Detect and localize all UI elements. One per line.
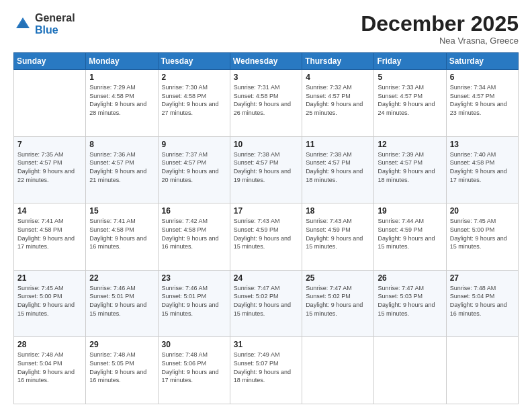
calendar-cell xyxy=(446,337,518,404)
calendar-cell: 4Sunrise: 7:32 AM Sunset: 4:57 PM Daylig… xyxy=(302,70,374,137)
calendar-week-1: 1Sunrise: 7:29 AM Sunset: 4:58 PM Daylig… xyxy=(14,70,519,137)
month-title: December 2025 xyxy=(361,12,519,36)
logo-text: General Blue xyxy=(35,12,75,36)
day-info: Sunrise: 7:39 AM Sunset: 4:57 PM Dayligh… xyxy=(378,150,442,184)
calendar-cell: 27Sunrise: 7:48 AM Sunset: 5:04 PM Dayli… xyxy=(446,270,518,337)
calendar-cell: 30Sunrise: 7:48 AM Sunset: 5:06 PM Dayli… xyxy=(158,337,230,404)
weekday-header-sunday: Sunday xyxy=(14,53,86,70)
weekday-header-tuesday: Tuesday xyxy=(158,53,230,70)
logo: General Blue xyxy=(13,12,75,36)
day-number: 5 xyxy=(378,73,442,82)
day-number: 8 xyxy=(89,140,154,149)
calendar-cell: 7Sunrise: 7:35 AM Sunset: 4:57 PM Daylig… xyxy=(14,136,86,203)
day-number: 21 xyxy=(17,273,82,283)
calendar-cell: 23Sunrise: 7:46 AM Sunset: 5:01 PM Dayli… xyxy=(158,270,230,337)
day-number: 16 xyxy=(162,206,226,216)
calendar-week-5: 28Sunrise: 7:48 AM Sunset: 5:04 PM Dayli… xyxy=(14,337,519,404)
calendar-cell: 26Sunrise: 7:47 AM Sunset: 5:03 PM Dayli… xyxy=(374,270,446,337)
calendar-cell: 12Sunrise: 7:39 AM Sunset: 4:57 PM Dayli… xyxy=(374,136,446,203)
day-info: Sunrise: 7:34 AM Sunset: 4:57 PM Dayligh… xyxy=(450,83,515,117)
day-info: Sunrise: 7:46 AM Sunset: 5:01 PM Dayligh… xyxy=(89,284,154,318)
day-info: Sunrise: 7:30 AM Sunset: 4:58 PM Dayligh… xyxy=(162,83,226,117)
header: General Blue December 2025 Nea Vrasna, G… xyxy=(13,12,519,46)
calendar-cell: 9Sunrise: 7:37 AM Sunset: 4:57 PM Daylig… xyxy=(158,136,230,203)
day-info: Sunrise: 7:29 AM Sunset: 4:58 PM Dayligh… xyxy=(89,83,154,117)
day-number: 31 xyxy=(234,340,298,349)
day-number: 29 xyxy=(89,340,154,349)
day-number: 10 xyxy=(234,140,298,149)
day-info: Sunrise: 7:48 AM Sunset: 5:04 PM Dayligh… xyxy=(17,351,82,384)
calendar-cell: 18Sunrise: 7:43 AM Sunset: 4:59 PM Dayli… xyxy=(302,203,374,271)
calendar-cell: 3Sunrise: 7:31 AM Sunset: 4:58 PM Daylig… xyxy=(230,70,302,137)
day-number: 9 xyxy=(162,140,226,149)
calendar-cell: 20Sunrise: 7:45 AM Sunset: 5:00 PM Dayli… xyxy=(446,203,518,271)
calendar-cell: 14Sunrise: 7:41 AM Sunset: 4:58 PM Dayli… xyxy=(14,203,86,271)
day-number: 4 xyxy=(306,73,370,82)
title-block: December 2025 Nea Vrasna, Greece xyxy=(361,12,519,46)
day-number: 11 xyxy=(306,140,370,149)
calendar-cell: 15Sunrise: 7:41 AM Sunset: 4:58 PM Dayli… xyxy=(86,203,158,271)
day-number: 27 xyxy=(450,273,515,283)
day-info: Sunrise: 7:36 AM Sunset: 4:57 PM Dayligh… xyxy=(89,150,154,184)
day-info: Sunrise: 7:38 AM Sunset: 4:57 PM Dayligh… xyxy=(234,150,298,184)
day-number: 14 xyxy=(17,206,82,216)
calendar-cell: 6Sunrise: 7:34 AM Sunset: 4:57 PM Daylig… xyxy=(446,70,518,137)
calendar-cell: 1Sunrise: 7:29 AM Sunset: 4:58 PM Daylig… xyxy=(86,70,158,137)
calendar-cell: 16Sunrise: 7:42 AM Sunset: 4:58 PM Dayli… xyxy=(158,203,230,271)
day-number: 23 xyxy=(162,273,226,283)
calendar-cell: 8Sunrise: 7:36 AM Sunset: 4:57 PM Daylig… xyxy=(86,136,158,203)
calendar-table: SundayMondayTuesdayWednesdayThursdayFrid… xyxy=(13,52,519,404)
calendar-week-3: 14Sunrise: 7:41 AM Sunset: 4:58 PM Dayli… xyxy=(14,203,519,271)
weekday-header-monday: Monday xyxy=(86,53,158,70)
weekday-row: SundayMondayTuesdayWednesdayThursdayFrid… xyxy=(14,53,519,70)
calendar-cell: 31Sunrise: 7:49 AM Sunset: 5:07 PM Dayli… xyxy=(230,337,302,404)
weekday-header-saturday: Saturday xyxy=(446,53,518,70)
day-info: Sunrise: 7:38 AM Sunset: 4:57 PM Dayligh… xyxy=(306,150,370,184)
calendar-cell: 11Sunrise: 7:38 AM Sunset: 4:57 PM Dayli… xyxy=(302,136,374,203)
day-info: Sunrise: 7:47 AM Sunset: 5:03 PM Dayligh… xyxy=(378,284,442,318)
day-info: Sunrise: 7:33 AM Sunset: 4:57 PM Dayligh… xyxy=(378,83,442,117)
calendar-body: 1Sunrise: 7:29 AM Sunset: 4:58 PM Daylig… xyxy=(14,70,519,404)
page: General Blue December 2025 Nea Vrasna, G… xyxy=(0,0,532,411)
day-number: 26 xyxy=(378,273,442,283)
day-info: Sunrise: 7:47 AM Sunset: 5:02 PM Dayligh… xyxy=(234,284,298,318)
day-number: 20 xyxy=(450,206,515,216)
day-number: 13 xyxy=(450,140,515,149)
day-info: Sunrise: 7:41 AM Sunset: 4:58 PM Dayligh… xyxy=(17,217,82,250)
day-number: 12 xyxy=(378,140,442,149)
day-info: Sunrise: 7:44 AM Sunset: 4:59 PM Dayligh… xyxy=(378,217,442,250)
weekday-header-thursday: Thursday xyxy=(302,53,374,70)
day-info: Sunrise: 7:31 AM Sunset: 4:58 PM Dayligh… xyxy=(234,83,298,117)
calendar-cell xyxy=(14,70,86,137)
day-number: 18 xyxy=(306,206,370,216)
day-number: 24 xyxy=(234,273,298,283)
day-info: Sunrise: 7:47 AM Sunset: 5:02 PM Dayligh… xyxy=(306,284,370,318)
day-number: 2 xyxy=(162,73,226,82)
day-info: Sunrise: 7:46 AM Sunset: 5:01 PM Dayligh… xyxy=(162,284,226,318)
calendar-cell: 22Sunrise: 7:46 AM Sunset: 5:01 PM Dayli… xyxy=(86,270,158,337)
day-info: Sunrise: 7:42 AM Sunset: 4:58 PM Dayligh… xyxy=(162,217,226,250)
calendar-cell: 25Sunrise: 7:47 AM Sunset: 5:02 PM Dayli… xyxy=(302,270,374,337)
day-number: 3 xyxy=(234,73,298,82)
logo-general: General xyxy=(35,12,75,24)
day-info: Sunrise: 7:37 AM Sunset: 4:57 PM Dayligh… xyxy=(162,150,226,184)
day-number: 7 xyxy=(17,140,82,149)
day-number: 1 xyxy=(89,73,154,82)
calendar-week-2: 7Sunrise: 7:35 AM Sunset: 4:57 PM Daylig… xyxy=(14,136,519,203)
day-number: 22 xyxy=(89,273,154,283)
calendar-cell xyxy=(374,337,446,404)
day-info: Sunrise: 7:32 AM Sunset: 4:57 PM Dayligh… xyxy=(306,83,370,117)
day-info: Sunrise: 7:35 AM Sunset: 4:57 PM Dayligh… xyxy=(17,150,82,184)
calendar-cell: 13Sunrise: 7:40 AM Sunset: 4:58 PM Dayli… xyxy=(446,136,518,203)
calendar-cell: 2Sunrise: 7:30 AM Sunset: 4:58 PM Daylig… xyxy=(158,70,230,137)
day-info: Sunrise: 7:48 AM Sunset: 5:05 PM Dayligh… xyxy=(89,351,154,384)
day-number: 6 xyxy=(450,73,515,82)
day-number: 17 xyxy=(234,206,298,216)
calendar-cell: 21Sunrise: 7:45 AM Sunset: 5:00 PM Dayli… xyxy=(14,270,86,337)
calendar-cell xyxy=(302,337,374,404)
calendar-cell: 17Sunrise: 7:43 AM Sunset: 4:59 PM Dayli… xyxy=(230,203,302,271)
day-number: 19 xyxy=(378,206,442,216)
day-info: Sunrise: 7:45 AM Sunset: 5:00 PM Dayligh… xyxy=(17,284,82,318)
day-info: Sunrise: 7:43 AM Sunset: 4:59 PM Dayligh… xyxy=(306,217,370,250)
location-subtitle: Nea Vrasna, Greece xyxy=(361,36,519,46)
